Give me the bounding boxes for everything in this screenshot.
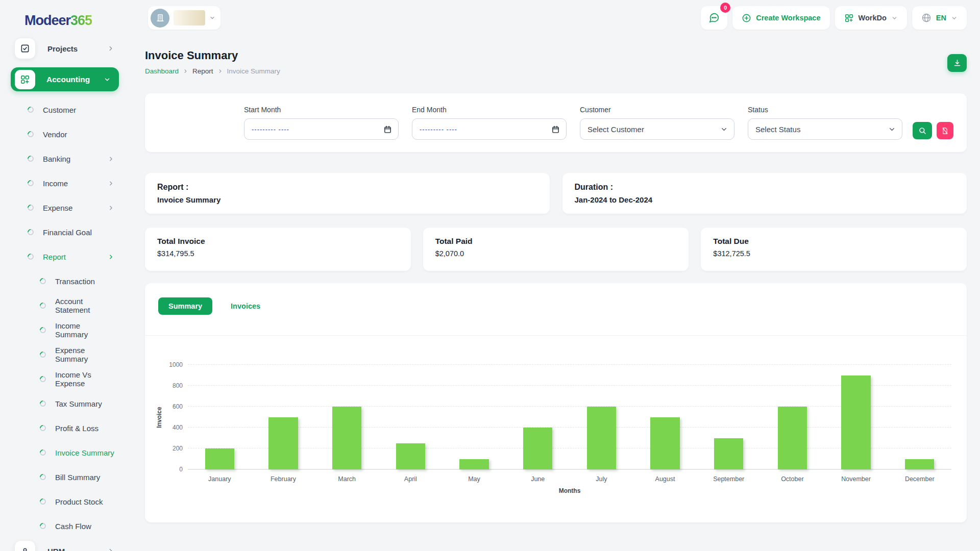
chevron-right-icon [183,68,188,74]
sidebar-item-tax-summary[interactable]: Tax Summary [0,391,130,416]
sidebar-item-customer[interactable]: Customer [0,97,130,122]
sidebar-item-cash-flow[interactable]: Cash Flow [0,514,130,538]
sidebar-item-label: Vendor [43,130,67,139]
ytick-400: 400 [163,424,183,431]
sidebar-item-vendor[interactable]: Vendor [0,122,130,146]
breadcrumb-report[interactable]: Report [192,67,213,75]
bar-column-august [633,365,697,469]
language-selector[interactable]: EN [912,6,967,30]
workspace-thumbnail [174,10,205,26]
sidebar-item-invoice-summary[interactable]: Invoice Summary [0,440,130,465]
sidebar-item-label: Report [43,253,66,261]
ring-icon [39,424,47,433]
xlabel-november: November [824,475,888,483]
ytick-800: 800 [163,382,183,389]
workdo-menu-button[interactable]: WorkDo [835,6,907,30]
sidebar-item-bill-summary[interactable]: Bill Summary [0,465,130,489]
sidebar-item-label: Banking [43,155,70,163]
tab-invoices[interactable]: Invoices [220,297,271,315]
app-root: Modeer365 Projects Accounting Customer [0,0,980,551]
chat-icon [708,12,720,23]
person-icon [15,541,35,551]
sidebar-item-accounting[interactable]: Accounting [11,67,119,91]
xlabel-september: September [697,475,761,483]
total-invoice-value: $314,795.5 [157,249,399,258]
brand-name: Modeer [24,13,70,29]
bar-column-february [252,365,315,469]
sidebar-item-expense[interactable]: Expense [0,195,130,220]
messages-button[interactable]: 0 [701,6,727,30]
xlabel-february: February [252,475,315,483]
totals-row: Total Invoice $314,795.5 Total Paid $2,0… [145,228,967,271]
sidebar-item-financial-goal[interactable]: Financial Goal [0,220,130,244]
sidebar-item-income[interactable]: Income [0,171,130,195]
duration-card: Duration : Jan-2024 to Dec-2024 [562,173,967,214]
status-select[interactable]: Select Status [748,118,902,140]
breadcrumb-dashboard[interactable]: Dashboard [145,67,179,75]
end-month-input[interactable]: --------- ---- [412,118,567,140]
ring-icon [27,155,35,163]
start-month-label: Start Month [244,106,399,114]
total-paid-label: Total Paid [435,237,677,246]
tab-summary[interactable]: Summary [158,297,212,315]
bar-column-december [888,365,951,469]
chevron-right-icon [107,45,114,52]
total-due-card: Total Due $312,725.5 [701,228,967,271]
sidebar-item-label: Profit & Loss [55,424,99,433]
ring-icon [39,277,47,286]
building-icon [151,9,169,28]
sidebar-item-projects[interactable]: Projects [0,36,130,61]
plus-circle-icon [742,13,751,23]
ring-icon [27,179,35,188]
sidebar-item-product-stock[interactable]: Product Stock [0,489,130,514]
ring-icon [39,399,47,408]
customer-select[interactable]: Select Customer [580,118,734,140]
sidebar-item-expense-summary[interactable]: Expense Summary [0,342,130,367]
end-month-label: End Month [412,106,567,114]
sidebar-item-label: Expense Summary [55,346,114,363]
sidebar-item-report[interactable]: Report [0,244,130,269]
bar-february [268,417,298,470]
status-label: Status [748,106,902,114]
bar-july [587,407,616,469]
start-month-input[interactable]: --------- ---- [244,118,399,140]
sidebar-item-banking[interactable]: Banking [0,146,130,171]
workdo-label: WorkDo [859,14,887,22]
sidebar-item-income-summary[interactable]: Income Summary [0,318,130,342]
chevron-down-icon [209,15,215,21]
create-workspace-label: Create Workspace [756,14,820,22]
reset-filter-button[interactable] [937,122,953,139]
search-button[interactable] [913,122,932,139]
sidebar-item-hrm[interactable]: HRM [0,538,130,551]
create-workspace-button[interactable]: Create Workspace [732,6,829,30]
sidebar-item-label: Customer [43,106,76,114]
grid-plus-icon [15,70,35,89]
sidebar-item-label: Bill Summary [55,473,100,482]
sidebar-item-income-vs-expense[interactable]: Income Vs Expense [0,367,130,391]
sidebar-item-profit-loss[interactable]: Profit & Loss [0,416,130,440]
notification-badge: 0 [720,3,730,13]
customer-field-group: Customer Select Customer [580,106,734,140]
file-slash-icon [941,127,949,135]
download-button[interactable] [947,54,967,72]
bar-column-november [824,365,888,469]
ytick-600: 600 [163,403,183,410]
status-field-group: Status Select Status [748,106,902,140]
grid-plus-icon [844,13,854,23]
total-due-label: Total Due [713,237,954,246]
chart-bars [188,365,951,469]
workspace-selector[interactable] [148,6,220,30]
bar-september [714,438,743,470]
xlabel-march: March [315,475,379,483]
page-title: Invoice Summary [145,49,967,62]
total-due-value: $312,725.5 [713,249,954,258]
ring-icon [27,106,35,114]
chevron-down-icon [720,126,728,133]
sidebar-item-account-statement[interactable]: Account Statement [0,293,130,318]
start-month-field-group: Start Month --------- ---- [244,106,399,140]
sidebar-item-label: Income Vs Expense [55,370,114,388]
month-placeholder: --------- ---- [252,126,383,133]
sidebar-item-transaction[interactable]: Transaction [0,269,130,293]
customer-label: Customer [580,106,734,114]
xlabel-april: April [379,475,443,483]
